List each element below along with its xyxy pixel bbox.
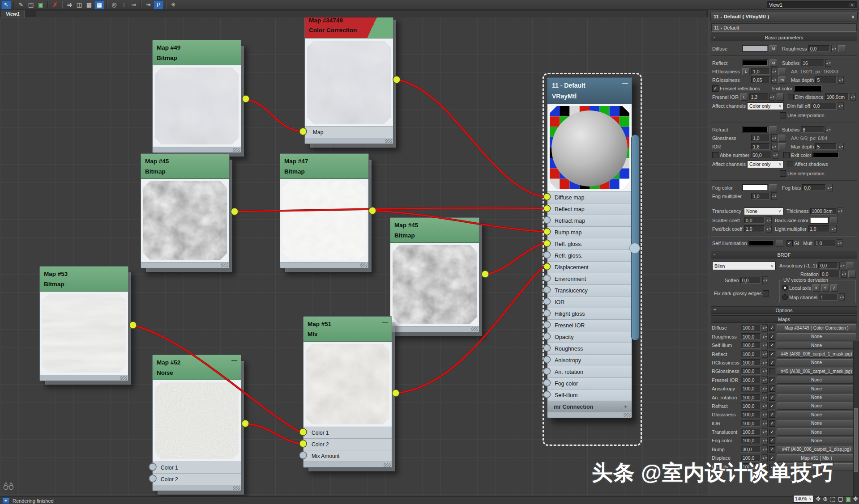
anisotropy-spinner[interactable]: ▲▼ <box>839 262 845 269</box>
map-amount-spinner[interactable]: ▲▼ <box>762 394 768 401</box>
map-enable-checkbox[interactable] <box>769 403 775 409</box>
vray-slot-diffuse-map[interactable]: Diffuse map <box>547 191 632 203</box>
hglossiness-lock-button[interactable]: L <box>742 68 750 75</box>
map-amount-field[interactable]: 100,0 <box>741 368 761 375</box>
map-amount-spinner[interactable]: ▲▼ <box>762 445 768 453</box>
affect-shadows-checkbox[interactable] <box>787 161 793 167</box>
ior-map-shortcut[interactable] <box>778 143 786 150</box>
map-slot-button[interactable]: None <box>777 437 856 444</box>
map-amount-spinner[interactable]: ▲▼ <box>762 350 768 358</box>
map-amount-spinner[interactable]: ▲▼ <box>762 359 768 366</box>
roughness-spinner[interactable]: ▲▼ <box>831 45 837 52</box>
glossiness-map-shortcut[interactable] <box>778 135 786 142</box>
map-amount-spinner[interactable]: ▲▼ <box>762 437 768 445</box>
fog-multiplier-spinner[interactable]: ▲▼ <box>771 192 777 200</box>
move-children-icon[interactable]: ⇉ <box>65 1 74 9</box>
glossiness-spinner[interactable]: ▲▼ <box>771 134 777 142</box>
vray-slot-fresnel-ior[interactable]: Fresnel IOR <box>547 319 632 331</box>
map-channel-spinner[interactable]: ▲▼ <box>839 293 845 301</box>
resize-grip[interactable] <box>120 376 127 380</box>
vray-slot-ior[interactable]: IOR <box>547 296 632 308</box>
ior-field[interactable]: 1,6 <box>751 143 770 150</box>
input-slot-color1[interactable]: Color 1 <box>153 462 241 473</box>
node-map47-bitmap[interactable]: Map #47 Bitmap <box>280 153 369 268</box>
thickness-field[interactable]: 1000,0cm <box>810 208 836 215</box>
resize-grip[interactable] <box>233 486 240 490</box>
refract-max-depth-spinner[interactable]: ▲▼ <box>838 143 844 150</box>
fwd-bck-coeff-spinner[interactable]: ▲▼ <box>766 225 772 233</box>
vray-slot-self-illum[interactable]: Self-illum <box>547 389 632 401</box>
hglossiness-map-shortcut[interactable] <box>778 68 786 75</box>
node-header[interactable]: Map #51 Mix — <box>303 317 392 342</box>
mult-spinner[interactable]: ▲▼ <box>837 239 842 247</box>
map-slot-button[interactable]: None <box>777 385 856 392</box>
map-enable-checkbox[interactable] <box>769 411 775 418</box>
minimize-icon[interactable]: — <box>622 80 628 86</box>
rollout-maps[interactable]: -Maps <box>711 315 857 323</box>
node-header[interactable]: Map #34749 Color Correction <box>305 17 393 38</box>
translucency-dropdown[interactable]: None ∨ <box>744 208 783 215</box>
self-illumination-swatch[interactable] <box>748 240 774 246</box>
assign-material-to-selection-icon[interactable]: ◳ <box>26 1 35 9</box>
navigator-binoculars-icon[interactable] <box>3 482 14 491</box>
fog-bias-spinner[interactable]: ▲▼ <box>827 184 833 191</box>
map-slot-button[interactable]: None <box>777 359 856 366</box>
map-enable-checkbox[interactable] <box>769 377 775 383</box>
tab-view1[interactable]: View1 <box>1 10 25 17</box>
node-map45-bitmap-a[interactable]: Map #45 Bitmap <box>141 153 230 268</box>
light-multiplier-spinner[interactable]: ▲▼ <box>831 225 837 233</box>
input-slot-color2[interactable]: Color 2 <box>303 438 392 450</box>
map-slot-button[interactable]: None <box>777 342 856 349</box>
vray-slot-hilight-gloss[interactable]: Hilight gloss <box>547 308 632 319</box>
mult-field[interactable]: 1,0 <box>814 240 835 246</box>
show-background-icon[interactable]: ◎ <box>110 1 119 9</box>
dim-fall-off-spinner[interactable]: ▲▼ <box>838 102 844 110</box>
back-side-color-swatch[interactable] <box>810 217 829 224</box>
node-header[interactable]: Map #47 Bitmap <box>280 154 368 179</box>
map-amount-field[interactable]: 100,0 <box>741 377 761 383</box>
vray-slot-opacity[interactable]: Opacity <box>547 331 632 343</box>
pan-hand-icon[interactable]: ✥ <box>816 496 821 502</box>
dim-distance-spinner[interactable]: ▲▼ <box>850 93 856 101</box>
scrollbar-thumb[interactable] <box>854 408 858 472</box>
delete-selected-icon[interactable]: ✗ <box>51 1 60 9</box>
node-header[interactable]: Map #49 Bitmap <box>153 40 241 65</box>
map-enable-checkbox[interactable] <box>769 360 775 366</box>
map-enable-checkbox[interactable] <box>769 368 775 374</box>
map-slot-button[interactable]: None <box>777 411 856 418</box>
map-amount-spinner[interactable]: ▲▼ <box>762 342 768 349</box>
node-map52-noise[interactable]: Map #52 Noise — Color 1 Color 2 <box>152 355 241 491</box>
rglossiness-field[interactable]: 0,65 <box>751 76 770 83</box>
refract-map-button[interactable] <box>769 126 777 133</box>
map-amount-spinner[interactable]: ▲▼ <box>762 385 768 393</box>
reflect-color-swatch[interactable] <box>742 59 768 66</box>
vray-slot-anisotropy[interactable]: Anisotropy <box>547 354 632 366</box>
axis-z-button[interactable]: Z <box>830 284 838 292</box>
soften-field[interactable]: 0,0 <box>740 277 761 284</box>
hglossiness-field[interactable]: 1,0 <box>751 68 770 75</box>
back-side-map-button[interactable] <box>830 217 838 224</box>
input-slot-mix-amount[interactable]: Mix Amount <box>303 450 392 462</box>
affect-channels-dropdown[interactable]: Color only ∨ <box>747 102 784 110</box>
map-amount-field[interactable]: 100,0 <box>741 359 761 366</box>
zoom-level-dropdown[interactable]: 140% ∨ <box>793 495 813 503</box>
hglossiness-spinner[interactable]: ▲▼ <box>771 68 777 75</box>
chevron-down-icon[interactable]: ∨ <box>849 3 855 7</box>
fog-bias-field[interactable]: 0,0 <box>802 184 825 191</box>
map-enable-checkbox[interactable] <box>769 385 775 392</box>
map-amount-field[interactable]: 100,0 <box>741 402 761 409</box>
light-multiplier-field[interactable]: 1,0 <box>808 225 829 232</box>
input-slot-color2[interactable]: Color 2 <box>153 473 241 485</box>
rotation-map-shortcut[interactable] <box>848 271 856 278</box>
vray-slot-an-rotation[interactable]: An. rotation <box>547 366 632 377</box>
layout-all-vertical-icon[interactable]: ⋮ <box>120 1 128 9</box>
dim-fall-off-field[interactable]: 0,0 <box>812 103 837 110</box>
fix-dark-glossy-edges-checkbox[interactable] <box>763 290 769 296</box>
refract-exit-color-checkbox[interactable] <box>783 152 790 158</box>
vray-output-handle[interactable] <box>629 243 640 254</box>
dim-distance-checkbox[interactable] <box>788 94 794 100</box>
rglossiness-map-shortcut[interactable]: m <box>778 76 786 84</box>
map-amount-field[interactable]: 100,0 <box>741 325 761 331</box>
map-amount-spinner[interactable]: ▲▼ <box>762 402 768 410</box>
node-header[interactable]: Map #45 Bitmap <box>141 154 229 179</box>
